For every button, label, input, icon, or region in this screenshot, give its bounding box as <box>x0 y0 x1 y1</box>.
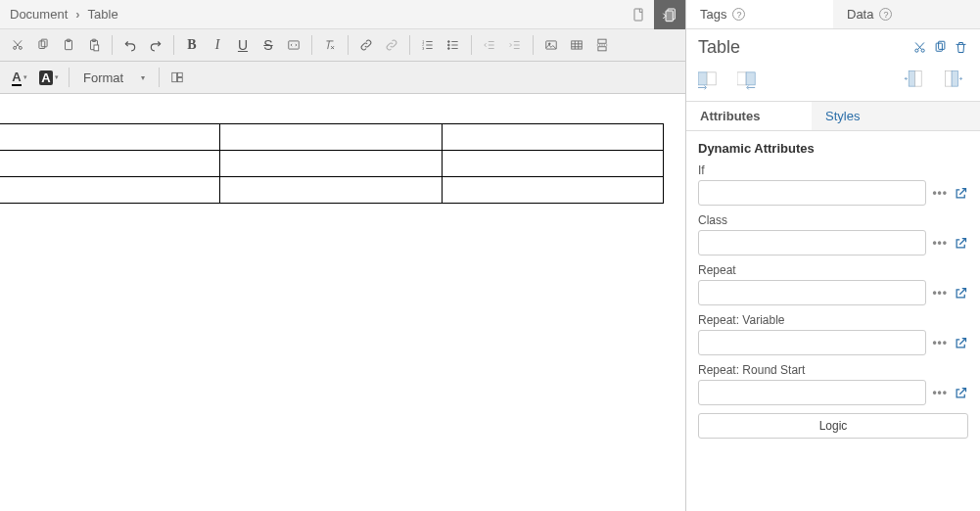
insert-column-right-icon[interactable] <box>737 68 763 91</box>
format-dropdown-label: Format <box>83 70 123 85</box>
svg-point-18 <box>447 48 449 50</box>
svg-rect-31 <box>698 72 707 85</box>
paste-special-icon[interactable] <box>82 33 106 57</box>
if-field[interactable] <box>698 180 926 206</box>
svg-rect-38 <box>952 71 958 87</box>
repeat-round-start-field-label: Repeat: Round Start <box>698 363 968 377</box>
indent-icon[interactable] <box>503 33 527 57</box>
help-icon[interactable]: ? <box>732 8 745 21</box>
tab-tags-label: Tags <box>700 7 726 22</box>
repeat-field[interactable] <box>698 280 926 305</box>
svg-rect-23 <box>598 47 606 51</box>
svg-point-16 <box>447 41 449 43</box>
bold-button[interactable]: B <box>180 33 204 57</box>
svg-point-28 <box>921 49 924 52</box>
chevron-right-icon: › <box>75 7 79 22</box>
external-link-icon[interactable] <box>954 336 968 350</box>
tab-attributes[interactable]: Attributes <box>686 102 812 130</box>
breadcrumb: Document › Table <box>0 0 685 29</box>
italic-button[interactable]: I <box>206 33 229 57</box>
table-icon[interactable] <box>565 33 588 57</box>
svg-rect-34 <box>746 72 755 85</box>
svg-point-17 <box>447 44 449 46</box>
redo-icon[interactable] <box>144 33 167 57</box>
undo-icon[interactable] <box>118 33 142 57</box>
external-link-icon[interactable] <box>954 286 968 301</box>
clear-formatting-icon[interactable] <box>318 33 342 57</box>
more-icon[interactable]: ••• <box>932 336 948 349</box>
underline-button[interactable]: U <box>231 33 255 57</box>
svg-rect-24 <box>172 72 177 81</box>
svg-rect-2 <box>666 11 673 22</box>
cut-icon[interactable] <box>6 33 29 57</box>
unlink-icon[interactable] <box>380 33 403 57</box>
class-field[interactable] <box>698 230 926 256</box>
more-icon[interactable]: ••• <box>932 386 948 399</box>
repeat-round-start-field[interactable] <box>698 380 926 405</box>
svg-rect-29 <box>936 43 942 51</box>
svg-rect-37 <box>946 71 953 87</box>
paste-icon[interactable] <box>57 33 80 57</box>
text-color-button[interactable]: A▾ <box>6 66 33 89</box>
copy-icon[interactable] <box>31 33 55 57</box>
copy-icon[interactable] <box>933 40 948 55</box>
svg-rect-6 <box>41 39 47 47</box>
more-icon[interactable]: ••• <box>932 236 948 250</box>
table-row <box>0 151 664 177</box>
page-break-icon[interactable] <box>590 33 614 57</box>
outdent-icon[interactable] <box>478 33 501 57</box>
more-icon[interactable]: ••• <box>932 286 948 300</box>
cut-icon[interactable] <box>912 40 927 55</box>
tab-tags[interactable]: Tags ? <box>686 0 833 28</box>
external-link-icon[interactable] <box>954 186 968 201</box>
numbered-list-icon[interactable]: 123 <box>416 33 440 57</box>
show-blocks-icon[interactable] <box>165 66 189 89</box>
svg-text:3: 3 <box>422 47 424 51</box>
tab-data[interactable]: Data ? <box>833 0 980 28</box>
inspector-sub-tabs: Attributes Styles <box>686 102 980 131</box>
trash-icon[interactable] <box>954 40 968 55</box>
editor-area[interactable] <box>0 94 685 511</box>
logic-button[interactable]: Logic <box>698 413 968 439</box>
selection-title: Table <box>698 37 740 58</box>
svg-rect-0 <box>634 9 642 21</box>
tab-styles[interactable]: Styles <box>812 102 873 130</box>
highlight-color-button[interactable]: A▾ <box>35 66 63 89</box>
svg-rect-12 <box>289 41 300 49</box>
help-icon[interactable]: ? <box>879 8 892 21</box>
if-field-label: If <box>698 163 968 177</box>
table-row <box>0 177 664 204</box>
editor-toolbar-row-1: B I U S 123 <box>0 29 685 62</box>
page-icon-button[interactable] <box>623 0 654 29</box>
inspector-top-tabs: Tags ? Data ? <box>686 0 980 29</box>
svg-rect-36 <box>915 71 922 87</box>
bullet-list-icon[interactable] <box>442 33 465 57</box>
insert-column-left-icon[interactable] <box>698 68 723 91</box>
svg-point-3 <box>14 46 17 49</box>
svg-rect-35 <box>909 71 915 87</box>
link-icon[interactable] <box>354 33 378 57</box>
content-table[interactable] <box>0 123 664 204</box>
external-link-icon[interactable] <box>954 386 968 400</box>
svg-rect-33 <box>737 72 746 85</box>
svg-rect-22 <box>598 39 606 43</box>
tab-data-label: Data <box>847 7 873 22</box>
class-field-label: Class <box>698 213 968 227</box>
editor-toolbar-row-2: A▾ A▾ Format ▾ <box>0 62 685 94</box>
external-link-icon[interactable] <box>954 236 968 251</box>
dynamic-attributes-heading: Dynamic Attributes <box>698 141 968 156</box>
image-icon[interactable] <box>539 33 563 57</box>
move-column-right-icon[interactable] <box>943 68 968 91</box>
breadcrumb-item[interactable]: Document <box>10 7 68 22</box>
format-dropdown[interactable]: Format ▾ <box>75 68 153 88</box>
move-column-left-icon[interactable] <box>904 68 929 91</box>
repeat-variable-field-label: Repeat: Variable <box>698 313 968 327</box>
svg-rect-21 <box>572 41 583 49</box>
code-snippet-icon[interactable] <box>282 33 305 57</box>
breadcrumb-item[interactable]: Table <box>88 7 118 22</box>
more-icon[interactable]: ••• <box>932 186 948 200</box>
strikethrough-button[interactable]: S <box>257 33 280 57</box>
svg-rect-30 <box>939 41 945 49</box>
pages-collapse-button[interactable] <box>654 0 685 29</box>
repeat-variable-field[interactable] <box>698 330 926 355</box>
